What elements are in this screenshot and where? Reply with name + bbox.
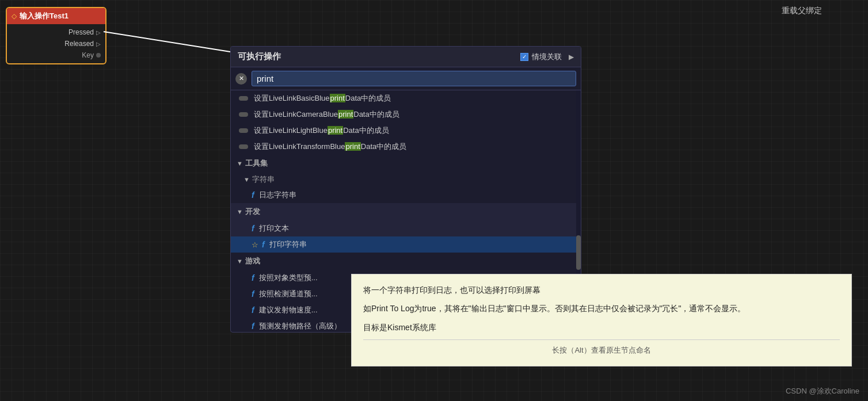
item-text-2: 设置LiveLinkCameraBlueprintData中的成员 [254,109,399,120]
subsection-string-label: 字符串 [252,174,275,185]
func-icon-log: f [252,190,254,200]
reload-button-label: 重载父绑定 [782,6,822,15]
node-title: 输入操作Test1 [20,11,68,21]
context-checkbox-label: 情境关联 [532,52,562,62]
watermark-text: CSDN @涂欢Caroline [786,387,859,395]
item-highlight-4: print [345,142,360,151]
list-item-2[interactable]: 设置LiveLinkCameraBlueprintData中的成员 [231,106,581,123]
context-expand-arrow: ▶ [569,53,574,61]
node-pins-container: Pressed ▷ Released ▷ Key [7,24,105,63]
item-highlight-3: print [328,126,343,135]
node-icon: ◇ [12,12,17,20]
search-input[interactable] [252,71,576,86]
func-log-string[interactable]: f 日志字符串 [231,187,581,203]
func-print-text[interactable]: f 打印文本 [231,220,581,236]
star-icon-print-string: ☆ [252,240,258,249]
pin-pressed-arrow: ▷ [96,29,101,36]
func-log-string-label: 日志字符串 [259,190,296,200]
item-dot-4 [239,144,248,149]
tooltip-line3-text: 目标是Kismet系统库 [363,323,436,332]
section-game-label: 游戏 [245,256,260,266]
input-action-node: ◇ 输入操作Test1 Pressed ▷ Released ▷ Key [6,7,106,64]
main-canvas: ◇ 输入操作Test1 Pressed ▷ Released ▷ Key 重载父… [0,0,868,401]
func-item-game-2-label: 按照检测通道预... [259,289,318,299]
func-icon-print-string: f [262,240,265,249]
pin-pressed-label: Pressed [68,28,94,36]
list-item-1[interactable]: 设置LiveLinkBasicBlueprintData中的成员 [231,90,581,106]
item-highlight-1: print [330,94,345,102]
search-bar: ✕ [231,67,581,90]
node-header: ◇ 输入操作Test1 [7,8,105,24]
section-tools-label: 工具集 [245,158,268,169]
item-highlight-2: print [338,110,353,119]
watermark: CSDN @涂欢Caroline [786,386,859,396]
item-dot-1 [239,96,248,101]
section-tools[interactable]: ▼ 工具集 [231,155,581,172]
func-icon-game-3: f [252,305,254,315]
context-header: 可执行操作 ✓ 情境关联 ▶ [231,47,581,67]
pin-key-label: Key [82,51,94,59]
func-icon-game-4: f [252,322,254,331]
item-text-1: 设置LiveLinkBasicBlueprintData中的成员 [254,93,391,104]
pin-released: Released ▷ [7,38,105,49]
search-clear-button[interactable]: ✕ [235,73,247,85]
func-item-game-3-label: 建议发射物速度... [259,305,318,315]
item-text-4: 设置LiveLinkTransformBlueprintData中的成员 [254,142,406,152]
func-icon-game-2: f [252,289,254,299]
pin-pressed: Pressed ▷ [7,26,105,38]
pin-released-label: Released [64,40,94,48]
context-panel-title: 可执行操作 [238,51,281,62]
subsection-string[interactable]: ▼ 字符串 [231,172,581,187]
checkbox-area[interactable]: ✓ 情境关联 ▶ [520,52,574,62]
scrollbar-thumb[interactable] [576,235,581,270]
func-item-game-1-label: 按照对象类型预... [259,273,318,283]
dev-arrow: ▼ [237,208,243,215]
item-text-3: 设置LiveLinkLightBlueprintData中的成员 [254,125,389,136]
func-print-string-label: 打印字符串 [269,239,307,250]
tooltip-line1: 将一个字符串打印到日志，也可以选择打印到屏幕 [363,284,840,296]
game-arrow: ▼ [237,258,243,265]
pin-key-dot [96,53,101,58]
section-dev[interactable]: ▼ 开发 [231,203,581,220]
tooltip-line3: 目标是Kismet系统库 [363,321,840,334]
section-dev-label: 开发 [245,207,260,217]
string-arrow: ▼ [243,176,250,183]
tooltip-line2-text: 如Print To Log为true，其将在"输出日志"窗口中显示。否则其在日志… [363,304,745,313]
svg-line-0 [104,32,230,52]
func-item-game-4-label: 预测发射物路径（高级） [259,321,341,331]
item-dot-2 [239,112,248,117]
list-item-3[interactable]: 设置LiveLinkLightBlueprintData中的成员 [231,123,581,139]
pin-released-arrow: ▷ [96,41,101,47]
tooltip-line2: 如Print To Log为true，其将在"输出日志"窗口中显示。否则其在日志… [363,302,840,315]
tools-arrow: ▼ [237,160,243,167]
tooltip-hint: 长按（Alt）查看原生节点命名 [363,339,840,357]
func-icon-print-text: f [252,224,254,233]
list-item-4[interactable]: 设置LiveLinkTransformBlueprintData中的成员 [231,139,581,155]
section-game[interactable]: ▼ 游戏 [231,253,581,270]
pin-key: Key [7,49,105,61]
tooltip-hint-text: 长按（Alt）查看原生节点命名 [552,346,650,354]
tooltip-line1-text: 将一个字符串打印到日志，也可以选择打印到屏幕 [363,285,540,295]
tooltip-box: 将一个字符串打印到日志，也可以选择打印到屏幕 如Print To Log为tru… [351,274,852,366]
context-checkbox[interactable]: ✓ [520,53,528,61]
func-icon-game-1: f [252,273,254,282]
func-print-text-label: 打印文本 [259,223,289,234]
item-dot-3 [239,128,248,133]
reload-parent-binding-button[interactable]: 重载父绑定 [782,6,822,16]
func-print-string[interactable]: ☆ f 打印字符串 [231,236,581,253]
